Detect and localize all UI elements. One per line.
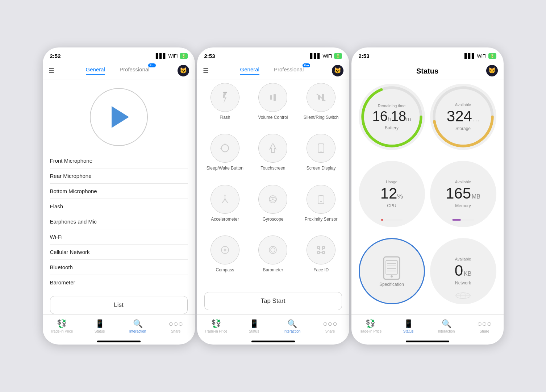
storage-label: Storage [455,126,471,131]
screens-container: 2:52 ▋▋▋ WiFi 🔋 ☰ General Professional P… [43,47,504,345]
tab-bar-3: 💱 Trade-in Price 📱 Status 🔍 Interaction … [351,314,504,341]
wifi-icon: WiFi [168,53,178,59]
nav-bar-3: Status 😺 [351,62,504,79]
signal-icon-3: ▋▋▋ [464,53,475,59]
touch-label: Touchscreen [261,166,285,171]
tab-professional-2[interactable]: Professional Pro [274,66,304,75]
status-bar-2: 2:53 ▋▋▋ WiFi 🔋 [197,47,349,62]
tab-share-2[interactable]: ○○○ Share [311,319,349,333]
memory-bar-fill [452,219,461,221]
status-icon-1: 📱 [95,319,105,329]
icon-cell-prox[interactable]: Proximity Sensor [299,185,343,232]
screen-circle [307,134,335,163]
list-item[interactable]: Barometer [50,275,188,290]
flash-circle [211,83,239,112]
tab-interaction-3[interactable]: 🔍 Interaction [428,319,466,333]
storage-available-label: Available [455,103,471,107]
prox-label: Proximity Sensor [305,217,338,222]
accel-label: Accelerometer [211,217,239,222]
network-value: 0 [455,262,463,279]
trade-in-icon-3: 💱 [366,319,375,329]
status-icon-3: 📱 [404,319,413,329]
list-item[interactable]: Rear Microphone [50,168,188,184]
tab-status-3[interactable]: 📱 Status [389,319,428,333]
svg-rect-4 [274,94,276,101]
list-button[interactable]: List [50,296,188,314]
icon-cell-sleep[interactable]: Sleep/Wake Button [203,134,247,181]
signal-icon: ▋▋▋ [156,53,167,59]
list-button-container: List [43,290,195,314]
icon-cell-silent[interactable]: Silent/Ring Switch [299,83,343,130]
tab-general-1[interactable]: General [86,66,105,75]
tab-interaction-2[interactable]: 🔍 Interaction [273,319,311,333]
avatar-2[interactable]: 😺 [332,65,343,76]
icon-cell-compass[interactable]: Compass [203,235,247,283]
gyro-circle [258,185,287,214]
network-info: Available 0 KB Network [455,257,472,285]
spec-phone-icon [381,255,403,281]
svg-point-17 [224,199,226,200]
svg-rect-43 [386,260,397,274]
menu-icon-2[interactable]: ☰ [203,67,209,75]
memory-widget[interactable]: Available 165 MB Memory [430,161,496,227]
specification-widget[interactable]: Specification [359,238,425,304]
tab-general-2[interactable]: General [240,66,259,75]
screen2-interaction: 2:53 ▋▋▋ WiFi 🔋 ☰ General Professional P… [197,47,349,345]
storage-widget[interactable]: Available 324 ... Storage [430,84,496,150]
list-item[interactable]: Bluetooth [50,260,188,275]
tab-status-1[interactable]: 📱 Status [81,319,119,333]
icon-cell-baro[interactable]: Barometer [251,235,295,283]
list-item[interactable]: Front Microphone [50,153,188,168]
tap-start-button[interactable]: Tap Start [204,292,342,310]
icon-cell-accel[interactable]: Accelerometer [203,185,247,232]
cpu-info: Usage 12 % CPU [380,180,403,208]
play-circle[interactable] [90,88,148,146]
list-item[interactable]: Bottom Microphone [50,184,188,199]
baro-circle [258,235,287,264]
share-label-2: Share [325,329,335,333]
icon-cell-screen[interactable]: Screen Display [299,134,343,181]
list-item[interactable]: Flash [50,199,188,214]
icon-cell-gyro[interactable]: Gyroscope [251,185,295,232]
tab-share-3[interactable]: ○○○ Share [466,319,504,333]
share-label-1: Share [171,329,181,333]
icon-cell-faceid[interactable]: Face ID [299,235,343,283]
interaction-label-2: Interaction [284,329,301,333]
screen2-content: Flash Volume Control Silent/Ring Switch [197,79,349,314]
accel-circle [211,185,239,214]
tab-professional-1[interactable]: Professional Pro [120,66,150,75]
list-item[interactable]: Wi-Fi [50,229,188,245]
tab-trade-in-3[interactable]: 💱 Trade-in Price [351,319,389,333]
battery-remaining-label: Remaining time [378,104,405,108]
battery-widget[interactable]: Remaining time 16 h 18 m Battery [359,84,425,150]
share-icon-3: ○○○ [477,319,492,329]
list-item[interactable]: Cellular Network [50,245,188,260]
network-widget[interactable]: Available 0 KB Network [430,238,496,304]
list-item[interactable]: Earphones and Mic [50,214,188,229]
svg-rect-22 [318,196,324,204]
avatar-1[interactable]: 😺 [178,65,189,76]
cpu-label: CPU [387,203,396,208]
compass-label: Compass [216,267,234,273]
icon-cell-flash[interactable]: Flash [203,83,247,130]
tab-trade-in-1[interactable]: 💱 Trade-in Price [43,319,81,333]
menu-icon-1[interactable]: ☰ [49,67,54,75]
sleep-label: Sleep/Wake Button [207,166,243,171]
tab-trade-in-2[interactable]: 💱 Trade-in Price [197,319,235,333]
icon-cell-volume[interactable]: Volume Control [251,83,295,130]
cpu-widget[interactable]: Usage 12 % CPU [359,161,425,227]
trade-in-label-2: Trade-in Price [205,329,227,333]
spec-label: Specification [379,282,404,287]
svg-marker-2 [223,93,226,103]
tab-status-2[interactable]: 📱 Status [235,319,273,333]
screen1-content: Front Microphone Rear Microphone Bottom … [43,79,195,314]
share-icon-2: ○○○ [323,319,337,329]
tab-interaction-1[interactable]: 🔍 Interaction [119,319,157,333]
memory-unit: MB [472,193,480,200]
home-indicator-1 [97,341,141,342]
avatar-3[interactable]: 😺 [486,65,498,76]
memory-label: Memory [455,203,471,208]
tab-share-1[interactable]: ○○○ Share [157,319,195,333]
icon-cell-touch[interactable]: Touchscreen [251,134,295,181]
tab-bar-2: 💱 Trade-in Price 📱 Status 🔍 Interaction … [197,314,349,341]
